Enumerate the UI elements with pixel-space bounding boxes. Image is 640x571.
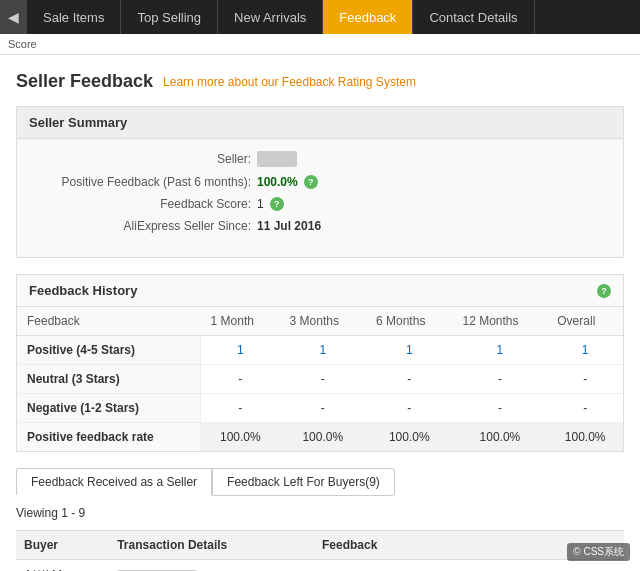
- seller-summary-box: Seller Summary Seller: Positive Feedback…: [16, 106, 624, 258]
- seller-since-label: AliExpress Seller Since:: [37, 219, 257, 233]
- col-6months: 6 Months: [366, 307, 452, 336]
- rate-12m: 100.0%: [452, 423, 547, 452]
- rate-1m: 100.0%: [201, 423, 280, 452]
- list-item: A***i M. A... ★★★★☆ 11 Aug 2016 02:49: [16, 560, 624, 572]
- history-title: Feedback History: [29, 283, 137, 298]
- nav-tab-contact-details[interactable]: Contact Details: [413, 0, 534, 34]
- rate-overall: 100.0%: [547, 423, 623, 452]
- neutral-3m: -: [280, 365, 366, 394]
- watermark: © CSS系统: [567, 543, 630, 561]
- row-label-neutral: Neutral (3 Stars): [17, 365, 201, 394]
- table-row: Negative (1-2 Stars) - - - - -: [17, 394, 623, 423]
- positive-feedback-row: Positive Feedback (Past 6 months): 100.0…: [37, 175, 603, 189]
- tab-left-for-buyers[interactable]: Feedback Left For Buyers(9): [212, 468, 395, 496]
- feedback-score-row: Feedback Score: 1 ?: [37, 197, 603, 211]
- seller-value: [257, 151, 297, 167]
- feedback-list-table: Buyer Transaction Details Feedback A***i…: [16, 530, 624, 571]
- table-row: Positive (4-5 Stars) 1 1 1 1 1: [17, 336, 623, 365]
- table-row: Neutral (3 Stars) - - - - -: [17, 365, 623, 394]
- negative-12m: -: [452, 394, 547, 423]
- positive-3m: 1: [280, 336, 366, 365]
- feedback-cell: ★★★★☆ 11 Aug 2016 02:49: [314, 560, 624, 572]
- seller-row: Seller:: [37, 151, 603, 167]
- history-table: Feedback 1 Month 3 Months 6 Months 12 Mo…: [17, 307, 623, 451]
- row-label-positive: Positive (4-5 Stars): [17, 336, 201, 365]
- feedback-history-box: Feedback History ? Feedback 1 Month 3 Mo…: [16, 274, 624, 452]
- learn-link[interactable]: Learn more about our Feedback Rating Sys…: [163, 75, 416, 89]
- seller-since-value: 11 Jul 2016: [257, 219, 321, 233]
- row-label-negative: Negative (1-2 Stars): [17, 394, 201, 423]
- list-header-row: Buyer Transaction Details Feedback: [16, 531, 624, 560]
- positive-1m: 1: [201, 336, 280, 365]
- table-row-rate: Positive feedback rate 100.0% 100.0% 100…: [17, 423, 623, 452]
- rate-6m: 100.0%: [366, 423, 452, 452]
- positive-3m-link[interactable]: 1: [319, 343, 326, 357]
- nav-tab-top-selling[interactable]: Top Selling: [121, 0, 218, 34]
- col-12months: 12 Months: [452, 307, 547, 336]
- summary-box-title: Seller Summary: [17, 107, 623, 139]
- rate-3m: 100.0%: [280, 423, 366, 452]
- tab-received[interactable]: Feedback Received as a Seller: [16, 468, 212, 496]
- nav-tab-new-arrivals[interactable]: New Arrivals: [218, 0, 323, 34]
- neutral-1m: -: [201, 365, 280, 394]
- positive-feedback-pct: 100.0%: [257, 175, 298, 189]
- col-feedback: Feedback: [17, 307, 201, 336]
- feedback-score-label: Feedback Score:: [37, 197, 257, 211]
- neutral-6m: -: [366, 365, 452, 394]
- col-overall: Overall: [547, 307, 623, 336]
- seller-label: Seller:: [37, 152, 257, 166]
- positive-12m-link[interactable]: 1: [497, 343, 504, 357]
- page-title-row: Seller Feedback Learn more about our Fee…: [16, 65, 624, 92]
- positive-feedback-help-icon[interactable]: ?: [304, 175, 318, 189]
- feedback-score-value: 1 ?: [257, 197, 284, 211]
- summary-box-body: Seller: Positive Feedback (Past 6 months…: [17, 139, 623, 257]
- negative-3m: -: [280, 394, 366, 423]
- col-3months: 3 Months: [280, 307, 366, 336]
- negative-overall: -: [547, 394, 623, 423]
- feedback-tabs: Feedback Received as a Seller Feedback L…: [16, 468, 624, 496]
- page-title: Seller Feedback: [16, 71, 153, 92]
- positive-feedback-value: 100.0% ?: [257, 175, 318, 189]
- positive-overall-link[interactable]: 1: [582, 343, 589, 357]
- neutral-overall: -: [547, 365, 623, 394]
- positive-feedback-label: Positive Feedback (Past 6 months):: [37, 175, 257, 189]
- positive-overall: 1: [547, 336, 623, 365]
- nav-back-arrow[interactable]: ◀: [0, 0, 27, 34]
- buyer-name: A***i M.: [16, 560, 109, 572]
- neutral-12m: -: [452, 365, 547, 394]
- col-1month: 1 Month: [201, 307, 280, 336]
- positive-12m: 1: [452, 336, 547, 365]
- seller-avatar: [257, 151, 297, 167]
- feedback-score-help-icon[interactable]: ?: [270, 197, 284, 211]
- positive-6m-link[interactable]: 1: [406, 343, 413, 357]
- seller-since-row: AliExpress Seller Since: 11 Jul 2016: [37, 219, 603, 233]
- main-content: Seller Feedback Learn more about our Fee…: [0, 55, 640, 571]
- positive-6m: 1: [366, 336, 452, 365]
- history-header: Feedback History ?: [17, 275, 623, 307]
- transaction-details: A...: [109, 560, 314, 572]
- negative-1m: -: [201, 394, 280, 423]
- positive-1m-link[interactable]: 1: [237, 343, 244, 357]
- row-label-rate: Positive feedback rate: [17, 423, 201, 452]
- history-table-header-row: Feedback 1 Month 3 Months 6 Months 12 Mo…: [17, 307, 623, 336]
- viewing-row: Viewing 1 - 9: [16, 506, 624, 520]
- negative-6m: -: [366, 394, 452, 423]
- list-col-transaction: Transaction Details: [109, 531, 314, 560]
- nav-tab-feedback[interactable]: Feedback: [323, 0, 413, 34]
- list-col-buyer: Buyer: [16, 531, 109, 560]
- top-nav: ◀ Sale ItemsTop SellingNew ArrivalsFeedb…: [0, 0, 640, 34]
- history-help-icon[interactable]: ?: [597, 284, 611, 298]
- feedback-score-number: 1: [257, 197, 264, 211]
- nav-tab-sale-items[interactable]: Sale Items: [27, 0, 121, 34]
- score-bar: Score: [0, 34, 640, 55]
